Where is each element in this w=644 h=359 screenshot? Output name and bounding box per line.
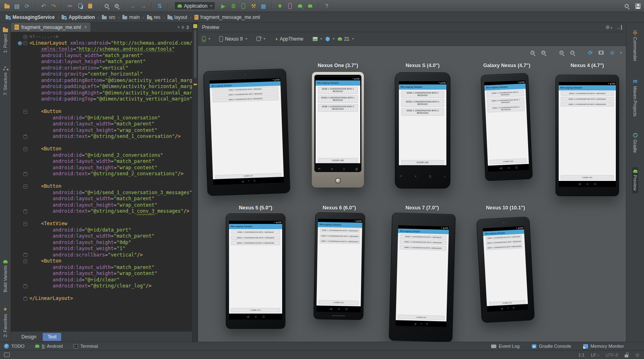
android-sdk-icon[interactable] [297,2,304,10]
attach-debugger-icon[interactable] [240,2,247,10]
code-line[interactable] [11,215,192,221]
breadcrumb-item-src[interactable]: src [100,14,117,20]
fold-end-icon[interactable]: ^ [23,253,27,257]
gutter[interactable] [11,140,29,146]
activity-selector[interactable]: ▾ [313,37,322,41]
fold-toggle-icon[interactable]: − [23,110,27,114]
gutter[interactable]: − [11,146,29,152]
gutter[interactable]: ^ [11,208,29,215]
code-line[interactable]: +<!--...--> [11,34,192,40]
code-line[interactable] [11,140,192,146]
theme-selector[interactable]: ◑ AppTheme [275,36,303,42]
hide-panel-icon[interactable]: → [616,25,622,30]
editor-scrollbar[interactable] [192,23,198,342]
orientation-selector[interactable]: ▾ [256,37,265,41]
fold-toggle-icon[interactable]: − [23,41,27,45]
gutter[interactable] [11,190,29,196]
debug-icon[interactable] [230,2,237,10]
gutter[interactable]: C− [11,40,29,47]
code-line[interactable]: android:id="@+id/data_port" [11,227,192,234]
breadcrumb-item-main[interactable]: main [121,14,141,20]
gutter[interactable] [11,78,29,84]
gutter[interactable]: ^ [11,252,29,258]
gutter[interactable]: − [11,183,29,190]
code-line[interactable]: − <Button [11,109,192,115]
gutter[interactable] [11,289,29,296]
device-preview-nexus-7-7-0[interactable]: ▼▮5:00Messaging SampleSEND 1 CONVERSATIO… [389,213,456,342]
scrollbar-thumb[interactable] [194,30,196,78]
device-preview-nexus-one-3-7[interactable]: ▼▮5:00Messaging SampleSEND 1 CONVERSATIO… [312,72,364,188]
save-all-icon[interactable]: ▤ [13,2,21,10]
code-line[interactable]: android:layout_width="match_parent" [11,53,192,59]
code-line[interactable]: android:paddingTop="@dimen/activity_vert… [11,96,192,103]
toolwindow-toggle-icon[interactable] [4,353,10,357]
gutter[interactable] [11,96,29,103]
readonly-lock-icon[interactable] [625,355,628,357]
code-line[interactable]: android:layout_height="0dp" [11,240,192,246]
gutter[interactable] [11,233,29,240]
gutter[interactable] [11,265,29,271]
preview-gear-icon[interactable]: ⚙▾ [605,25,612,30]
code-line[interactable]: android:id="@+id/send_1_conversation" [11,115,192,121]
code-line[interactable] [11,177,192,184]
gutter[interactable] [11,115,29,121]
gutter[interactable] [11,196,29,202]
device-preview-nexus-5-5-0[interactable]: ▼▮5:00Messaging SampleSEND 1 CONVERSATIO… [226,213,285,329]
inspections-icon[interactable]: ☺ [635,352,640,358]
encoding-widget[interactable]: UTF-8 [606,353,618,357]
code-line[interactable]: android:layout_width="match_parent" [11,265,192,271]
code-line[interactable] [11,289,192,296]
gutter[interactable]: + [11,34,29,40]
api-selector[interactable]: 21 ▾ [338,36,354,42]
code-line[interactable] [11,103,192,109]
tool-stripe-1-project[interactable]: 1: Project [2,25,9,55]
breadcrumb-item-res[interactable]: res [145,14,162,20]
code-line[interactable]: android:gravity="center_horizontal" [11,71,192,78]
fold-toggle-icon[interactable]: − [23,147,27,151]
code-line[interactable]: xmlns:tools="http://schemas.android.com/… [11,46,192,53]
gutter[interactable] [11,158,29,165]
toolwindow-button-terminal[interactable]: Terminal [73,344,98,349]
help-icon[interactable]: ? [323,2,330,10]
code-line[interactable]: ^</LinearLayout> [11,295,192,302]
code-line[interactable]: ^ android:text="@string/send_2_conversat… [11,171,192,177]
fold-toggle-icon[interactable]: − [23,259,27,263]
line-separator-widget[interactable]: LF↕ [591,353,599,357]
breadcrumb-item-fragment-message-me-xml[interactable]: fragment_message_me.xml [193,14,262,20]
gutter[interactable]: ^ [11,295,29,302]
gutter[interactable] [11,177,29,184]
tool-stripe-maven-projects[interactable]: mMaven Projects [632,76,638,119]
fold-toggle-icon[interactable]: − [23,222,27,226]
tool-stripe-2-favorites[interactable]: ★2: Favorites [2,304,8,339]
code-line[interactable]: android:layout_height="wrap_content" [11,127,192,134]
back-icon[interactable]: ← [130,2,137,10]
fold-end-icon[interactable]: ^ [23,284,27,288]
device-preview-galaxy-nexus-4-7[interactable]: ▼▮5:00Messaging SampleSEND 1 CONVERSATIO… [481,73,533,181]
caret-position[interactable]: 1:1 [578,353,584,357]
code-line[interactable]: android:id="@+id/clear" [11,277,192,283]
tool-stripe-preview[interactable]: Preview [632,167,638,193]
copy-icon[interactable] [76,2,84,10]
toolwindow-button-memory-monitor[interactable]: Memory Monitor [583,344,624,349]
avd-manager-icon[interactable] [277,2,284,10]
code-area[interactable]: +<!--...-->C−<LinearLayout xmlns:android… [11,32,192,331]
editor-tab[interactable]: fragment_message_me.xml × [11,23,91,32]
gutter[interactable] [11,53,29,59]
tool-stripe-commander[interactable]: Commander [632,28,638,64]
code-line[interactable]: android:layout_weight="1" [11,246,192,252]
toolwindow-button-todo[interactable]: TODO [4,344,25,349]
gutter[interactable] [11,59,29,65]
code-line[interactable]: android:orientation="vertical" [11,65,192,72]
code-line[interactable]: − <Button [11,183,192,190]
gutter[interactable] [11,127,29,134]
device-preview-nexus-s-4-0[interactable]: ▼▮5:00Messaging SampleSEND 1 CONVERSATIO… [395,72,450,189]
code-line[interactable]: android:paddingRight="@dimen/activity_ho… [11,90,192,96]
cut-icon[interactable]: ✂ [66,2,74,10]
locale-selector[interactable]: ▾ [325,37,334,41]
fold-end-icon[interactable]: ^ [23,297,27,301]
search-icon[interactable] [623,2,630,10]
tab-dropdown-icon[interactable]: ▾ [178,25,180,29]
code-line[interactable]: android:layout_height="match_parent" [11,59,192,65]
breadcrumb-item-application[interactable]: Application [60,14,96,20]
code-line[interactable]: C−<LinearLayout xmlns:android="http://sc… [11,40,192,47]
